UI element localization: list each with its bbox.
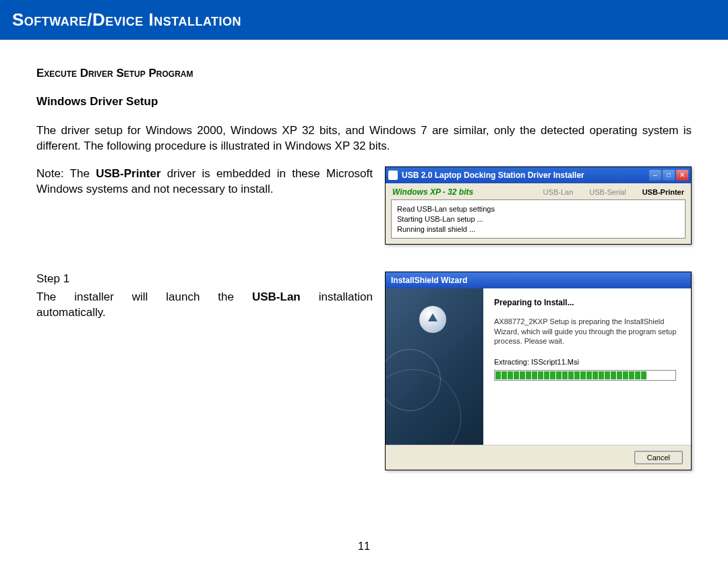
w: the — [218, 290, 234, 303]
note-bold: USB-Printer — [96, 167, 160, 180]
step-sentence-line2: automatically. — [36, 305, 373, 321]
progress-segment — [586, 371, 592, 379]
progress-segment — [623, 371, 628, 379]
dialog2-titlebar: InstallShield Wizard — [386, 272, 691, 288]
log-line: Read USB-Lan setup settings — [397, 204, 679, 214]
progress-segment — [508, 371, 513, 379]
progress-bar — [494, 370, 676, 381]
content-area: Execute Driver Setup Program Windows Dri… — [0, 40, 728, 470]
w: installer — [74, 290, 114, 303]
progress-segment — [495, 371, 501, 379]
intro-paragraph: The driver setup for Windows 2000, Windo… — [36, 123, 692, 154]
progress-segment — [550, 371, 555, 379]
wizard-main: Preparing to Install... AX88772_2KXP Set… — [483, 288, 691, 445]
section-heading: Execute Driver Setup Program — [36, 67, 692, 80]
progress-segment — [556, 371, 562, 379]
close-icon[interactable]: ✕ — [676, 170, 688, 181]
maximize-icon[interactable]: □ — [663, 170, 675, 181]
wizard-heading: Preparing to Install... — [494, 298, 680, 307]
note-pre: Note: The — [36, 167, 96, 180]
progress-segment — [574, 371, 580, 379]
w: will — [132, 290, 148, 303]
minimize-icon[interactable]: – — [649, 170, 661, 181]
page-title: Software/Device Installation — [12, 9, 241, 30]
w: installation — [319, 290, 373, 303]
note-row: Note: The USB-Printer driver is embedded… — [36, 166, 692, 245]
step-label: Step 1 — [36, 272, 373, 287]
installer-dialog: USB 2.0 Laptop Docking Station Driver In… — [385, 166, 692, 245]
dialog1-subbar: Windows XP - 32 bits USB-Lan USB-Serial … — [386, 183, 691, 199]
tab-usb-printer: USB-Printer — [642, 188, 684, 196]
progress-segment — [562, 371, 568, 379]
dialog2-title: InstallShield Wizard — [391, 276, 467, 285]
page-number: 11 — [0, 540, 728, 553]
tab-usb-serial: USB-Serial — [589, 188, 626, 196]
step-text: Step 1 The installer will launch the USB… — [36, 272, 373, 321]
dialog1-log: Read USB-Lan setup settings Starting USB… — [391, 199, 686, 239]
installshield-dialog: InstallShield Wizard Preparing to Instal… — [385, 272, 692, 470]
progress-segment — [629, 371, 634, 379]
progress-segment — [532, 371, 537, 379]
progress-segment — [514, 371, 519, 379]
cancel-button[interactable]: Cancel — [634, 451, 683, 464]
progress-segment — [502, 371, 507, 379]
wizard-description: AX88772_2KXP Setup is preparing the Inst… — [494, 317, 680, 346]
tab-usb-lan: USB-Lan — [543, 188, 574, 196]
progress-segment — [605, 371, 610, 379]
progress-segment — [641, 371, 646, 379]
w: The — [36, 290, 56, 303]
dialog1-titlebar: USB 2.0 Laptop Docking Station Driver In… — [386, 167, 691, 183]
progress-segment — [611, 371, 616, 379]
wizard-sidebar — [386, 288, 483, 445]
step-sentence-line1: The installer will launch the USB-Lan in… — [36, 290, 373, 305]
progress-segment — [617, 371, 622, 379]
progress-segment — [520, 371, 525, 379]
extract-label: Extracting: ISScript11.Msi — [494, 358, 680, 366]
log-line: Starting USB-Lan setup ... — [397, 214, 679, 224]
subsection-heading: Windows Driver Setup — [36, 95, 692, 108]
note-text: Note: The USB-Printer driver is embedded… — [36, 166, 373, 197]
log-line: Running install shield ... — [397, 224, 679, 235]
w-bold: USB-Lan — [252, 290, 301, 303]
dialog2-footer: Cancel — [386, 445, 691, 470]
progress-segment — [580, 371, 586, 379]
progress-segment — [599, 371, 604, 379]
w: launch — [166, 290, 200, 303]
dialog1-title: USB 2.0 Laptop Docking Station Driver In… — [402, 170, 645, 180]
dialog2-body: Preparing to Install... AX88772_2KXP Set… — [386, 288, 691, 445]
progress-segment — [526, 371, 531, 379]
progress-segment — [538, 371, 543, 379]
progress-segment — [568, 371, 574, 379]
page-header: Software/Device Installation — [0, 0, 728, 40]
step-row: Step 1 The installer will launch the USB… — [36, 272, 692, 470]
progress-segment — [593, 371, 598, 379]
progress-segment — [544, 371, 549, 379]
app-icon — [388, 170, 398, 180]
progress-segment — [635, 371, 640, 379]
window-controls: – □ ✕ — [649, 170, 688, 181]
os-label: Windows XP - 32 bits — [392, 187, 527, 197]
installshield-logo-icon — [419, 306, 446, 333]
